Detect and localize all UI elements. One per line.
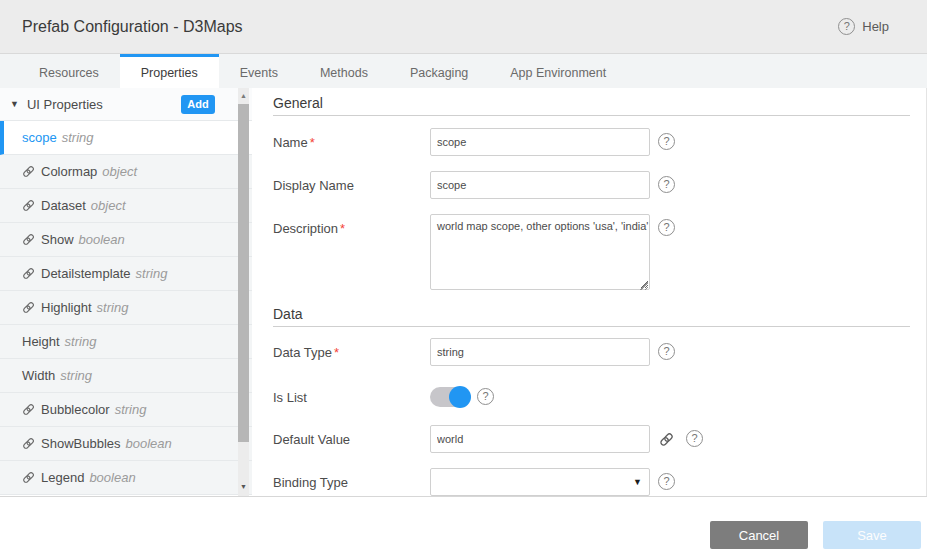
property-type: string [97,300,129,315]
is-list-toggle[interactable] [430,387,470,407]
property-type: string [62,130,94,145]
property-list: scopestringColormapobjectDatasetobjectSh… [0,121,252,495]
help-label: Help [862,19,889,34]
name-label: Name* [273,128,430,150]
property-type: string [136,266,168,281]
property-list-item[interactable]: Legendboolean [0,461,252,495]
property-list-item[interactable]: scopestring [0,121,252,155]
link-icon [22,301,35,314]
tab-packaging[interactable]: Packaging [389,54,489,88]
dialog-body: ▼ UI Properties Add scopestringColormapo… [0,88,927,497]
property-type: string [65,334,97,349]
property-type: boolean [126,436,172,451]
field-row-name: Name* ? [273,128,926,156]
display-name-input[interactable] [430,171,650,199]
property-list-item[interactable]: Highlightstring [0,291,252,325]
property-name: scope [22,130,57,145]
property-name: Width [22,368,55,383]
page-title: Prefab Configuration - D3Maps [22,18,838,36]
default-value-help-icon[interactable]: ? [686,430,703,447]
name-help-icon[interactable]: ? [658,133,675,150]
description-label: Description* [273,214,430,236]
cancel-button[interactable]: Cancel [710,521,808,549]
required-marker: * [334,345,339,360]
property-form: General Name* ? Display Name* ? Descript… [252,88,927,496]
dropdown-arrow-icon: ▼ [633,477,642,487]
name-input[interactable] [430,128,650,156]
property-list-item[interactable]: ShowBubblesboolean [0,427,252,461]
properties-sidebar: ▼ UI Properties Add scopestringColormapo… [0,88,252,496]
link-icon [22,437,35,450]
property-name: Bubblecolor [41,402,110,417]
link-icon [22,199,35,212]
tab-resources[interactable]: Resources [18,54,120,88]
is-list-label: Is List [273,383,430,405]
link-icon [22,267,35,280]
link-icon [22,233,35,246]
tab-methods[interactable]: Methods [299,54,389,88]
data-type-label: Data Type* [273,338,430,360]
property-list-item[interactable]: Showboolean [0,223,252,257]
binding-type-help-icon[interactable]: ? [658,473,675,490]
sidebar-header: ▼ UI Properties Add [0,88,252,121]
bind-link-icon[interactable] [659,432,674,447]
default-value-label: Default Value [273,425,430,447]
property-name: Height [22,334,60,349]
field-row-display-name: Display Name* ? [273,171,926,199]
data-type-input[interactable] [430,338,650,366]
field-row-is-list: Is List ? [273,383,926,407]
binding-type-label: Binding Type [273,468,430,490]
property-name: Dataset [41,198,86,213]
dialog-footer: Cancel Save [0,497,927,555]
property-list-item[interactable]: Colormapobject [0,155,252,189]
link-icon [22,165,35,178]
add-property-button[interactable]: Add [181,95,215,114]
scrollbar-thumb[interactable] [238,104,249,442]
scroll-down-icon[interactable]: ▼ [238,480,249,493]
tab-bar: ResourcesPropertiesEventsMethodsPackagin… [0,53,927,88]
property-name: Legend [41,470,84,485]
link-icon [22,471,35,484]
field-row-data-type: Data Type* ? [273,338,926,366]
tab-properties[interactable]: Properties [120,54,219,88]
tab-app-environment[interactable]: App Environment [489,54,627,88]
field-row-binding-type: Binding Type ▼ ? [273,468,926,496]
help-button[interactable]: ? Help [838,18,889,35]
property-type: boolean [79,232,125,247]
description-help-icon[interactable]: ? [658,219,675,236]
property-list-item[interactable]: Widthstring [0,359,252,393]
prefab-configuration-dialog: Prefab Configuration - D3Maps ? Help Res… [0,0,927,555]
dialog-header: Prefab Configuration - D3Maps ? Help [0,0,927,53]
property-type: boolean [89,470,135,485]
binding-type-select[interactable]: ▼ [430,468,650,496]
property-type: object [91,198,126,213]
is-list-help-icon[interactable]: ? [477,388,494,405]
section-general-title: General [273,95,910,116]
required-marker: * [340,221,345,236]
description-textarea[interactable] [430,214,650,290]
property-list-item[interactable]: Datasetobject [0,189,252,223]
default-value-input[interactable] [430,425,650,453]
link-icon [22,403,35,416]
tab-events[interactable]: Events [219,54,299,88]
required-marker: * [310,135,315,150]
data-type-help-icon[interactable]: ? [658,343,675,360]
property-name: Show [41,232,74,247]
property-list-item[interactable]: Heightstring [0,325,252,359]
section-data-title: Data [273,306,910,327]
display-name-label: Display Name* [273,171,430,193]
property-name: ShowBubbles [41,436,121,451]
field-row-default-value: Default Value ? [273,425,926,453]
scroll-up-icon[interactable]: ▲ [238,89,249,102]
property-name: Detailstemplate [41,266,131,281]
sidebar-scrollbar[interactable]: ▲ ▼ [238,88,249,496]
save-button[interactable]: Save [823,521,921,549]
help-icon: ? [838,18,855,35]
property-list-item[interactable]: Bubblecolorstring [0,393,252,427]
collapse-arrow-icon[interactable]: ▼ [10,99,19,109]
property-list-item[interactable]: Detailstemplatestring [0,257,252,291]
toggle-knob [449,386,471,408]
property-name: Colormap [41,164,97,179]
property-type: string [60,368,92,383]
display-name-help-icon[interactable]: ? [658,176,675,193]
